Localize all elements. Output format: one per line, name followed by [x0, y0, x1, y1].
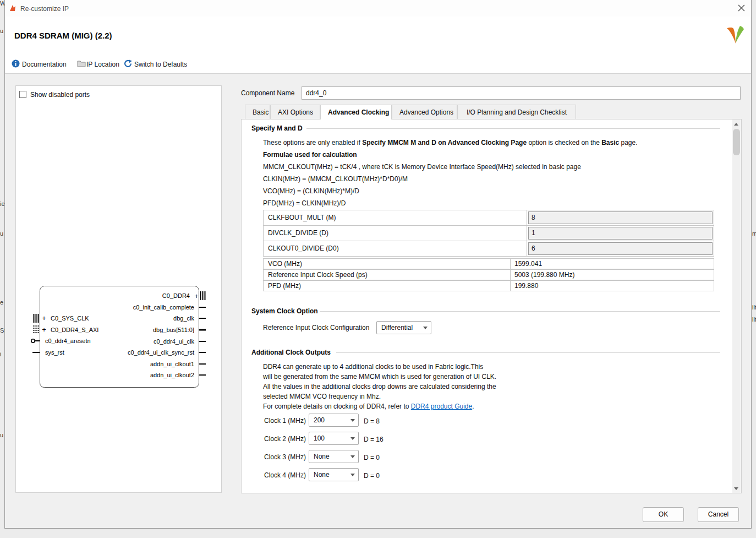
svg-text:addn_ui_clkout2: addn_ui_clkout2: [150, 372, 194, 378]
svg-text:c0_ddr4_ui_clk_sync_rst: c0_ddr4_ui_clk_sync_rst: [128, 349, 194, 356]
svg-text:+: +: [42, 325, 46, 334]
svg-text:C0_DDR4_S_AXI: C0_DDR4_S_AXI: [51, 327, 98, 333]
svg-text:C0_DDR4: C0_DDR4: [162, 292, 190, 299]
svg-text:+: +: [42, 314, 46, 322]
svg-text:c0_ddr4_ui_clk: c0_ddr4_ui_clk: [154, 338, 194, 345]
svg-text:dbg_clk: dbg_clk: [173, 315, 194, 322]
svg-text:+: +: [194, 292, 199, 300]
svg-text:C0_SYS_CLK: C0_SYS_CLK: [51, 315, 89, 322]
svg-text:c0_init_calib_complete: c0_init_calib_complete: [133, 304, 194, 311]
svg-text:addn_ui_clkout1: addn_ui_clkout1: [150, 361, 194, 367]
svg-text:sys_rst: sys_rst: [45, 349, 64, 356]
svg-text:dbg_bus[511:0]: dbg_bus[511:0]: [153, 327, 194, 333]
svg-text:c0_ddr4_aresetn: c0_ddr4_aresetn: [45, 338, 91, 344]
